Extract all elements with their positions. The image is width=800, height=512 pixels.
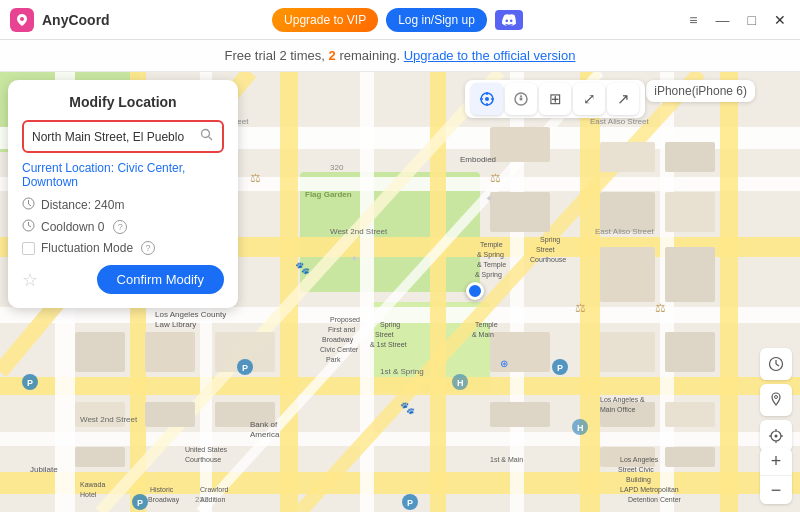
location-dot (466, 282, 484, 300)
svg-text:222: 222 (195, 495, 209, 504)
svg-text:& Temple: & Temple (477, 261, 506, 269)
svg-text:Flag Garden: Flag Garden (305, 190, 352, 199)
svg-text:LAPD Metropolitan: LAPD Metropolitan (620, 486, 679, 494)
svg-text:Spring: Spring (380, 321, 400, 329)
rc-pin-btn[interactable] (760, 384, 792, 416)
svg-text:East Aliso Street: East Aliso Street (590, 117, 649, 126)
upgrade-link[interactable]: Upgrade to the official version (404, 48, 576, 63)
zoom-out-button[interactable]: − (760, 476, 792, 504)
svg-text:& Spring: & Spring (477, 251, 504, 259)
svg-text:& Spring: & Spring (475, 271, 502, 279)
login-button[interactable]: Log in/Sign up (386, 8, 487, 32)
map-icon-compass[interactable] (505, 83, 537, 115)
map-icon-share[interactable]: ↗ (607, 83, 639, 115)
svg-text:United States: United States (185, 446, 228, 453)
svg-rect-39 (665, 192, 715, 232)
svg-text:P: P (242, 363, 248, 373)
rc-clock-btn[interactable] (760, 348, 792, 380)
search-box[interactable] (22, 120, 224, 153)
titlebar: AnyCoord Upgrade to VIP Log in/Sign up ≡… (0, 0, 800, 40)
svg-text:Jubilate: Jubilate (30, 465, 58, 474)
svg-text:⚖: ⚖ (655, 301, 666, 315)
trial-text: Free trial 2 times, 2 remaining. Upgrade… (225, 48, 576, 63)
svg-text:⚖: ⚖ (575, 301, 586, 315)
map-container[interactable]: North Spring Street East Aliso Street Ea… (0, 72, 800, 512)
svg-rect-35 (600, 142, 655, 172)
svg-text:Embodied: Embodied (460, 155, 496, 164)
svg-text:320: 320 (330, 163, 344, 172)
svg-rect-54 (665, 402, 715, 427)
cooldown-question-icon[interactable]: ? (113, 220, 127, 234)
svg-text:1st & Main: 1st & Main (490, 456, 523, 463)
panel-footer: ☆ Confirm Modify (22, 265, 224, 294)
svg-text:Detention Center: Detention Center (628, 496, 682, 503)
svg-text:Spring: Spring (540, 236, 560, 244)
cooldown-row: Cooldown 0 ? (22, 219, 224, 235)
current-location-text[interactable]: Current Location: Civic Center, Downtown (22, 161, 224, 189)
svg-text:✦: ✦ (485, 193, 493, 204)
fluctuation-label: Fluctuation Mode (41, 241, 133, 255)
titlebar-right: ≡ — □ ✕ (685, 12, 790, 28)
svg-text:Courthouse: Courthouse (530, 256, 566, 263)
svg-text:H: H (577, 423, 584, 433)
titlebar-center: Upgrade to VIP Log in/Sign up (272, 8, 523, 32)
svg-text:Courthouse: Courthouse (185, 456, 221, 463)
svg-text:& Main: & Main (472, 331, 494, 338)
svg-rect-37 (600, 247, 655, 302)
search-icon[interactable] (200, 128, 214, 145)
svg-point-152 (775, 435, 778, 438)
map-icon-grid[interactable]: ⊞ (539, 83, 571, 115)
svg-text:East Aliso Street: East Aliso Street (595, 227, 654, 236)
svg-rect-43 (75, 447, 125, 467)
map-device-toolbar: iPhone(iPhone 6) (646, 80, 755, 102)
fluctuation-checkbox[interactable] (22, 242, 35, 255)
svg-text:Temple: Temple (480, 241, 503, 249)
svg-text:Park: Park (326, 356, 341, 363)
svg-point-157 (202, 130, 210, 138)
discord-icon[interactable] (495, 10, 523, 30)
device-label: iPhone(iPhone 6) (654, 84, 747, 98)
svg-rect-36 (600, 192, 655, 232)
svg-text:✦: ✦ (350, 253, 358, 264)
svg-rect-41 (75, 332, 125, 372)
svg-text:First and: First and (328, 326, 355, 333)
fluctuation-question-icon[interactable]: ? (141, 241, 155, 255)
svg-text:H: H (457, 378, 464, 388)
svg-rect-50 (600, 332, 655, 372)
cooldown-label: Cooldown 0 (41, 220, 104, 234)
svg-text:Broadway: Broadway (322, 336, 354, 344)
location-search-input[interactable] (32, 130, 200, 144)
confirm-modify-button[interactable]: Confirm Modify (97, 265, 224, 294)
upgrade-button[interactable]: Upgrade to VIP (272, 8, 378, 32)
svg-rect-20 (580, 72, 600, 512)
svg-text:America: America (250, 430, 280, 439)
map-icon-target[interactable] (471, 83, 503, 115)
cooldown-icon (22, 219, 35, 235)
svg-text:Historic: Historic (150, 486, 174, 493)
app-icon (10, 8, 34, 32)
svg-point-146 (520, 98, 523, 101)
fluctuation-row: Fluctuation Mode ? (22, 241, 224, 255)
maximize-button[interactable]: □ (744, 12, 760, 28)
zoom-in-button[interactable]: + (760, 448, 792, 476)
trial-count: 2 (329, 48, 336, 63)
minimize-button[interactable]: — (712, 12, 734, 28)
svg-point-140 (485, 97, 489, 101)
svg-text:🐾: 🐾 (295, 260, 310, 275)
svg-text:🐾: 🐾 (400, 400, 415, 415)
svg-text:⚖: ⚖ (250, 171, 261, 185)
svg-text:Street: Street (536, 246, 555, 253)
svg-text:Street Civic: Street Civic (618, 466, 654, 473)
svg-rect-48 (490, 332, 550, 372)
close-button[interactable]: ✕ (770, 12, 790, 28)
svg-text:& 1st Street: & 1st Street (370, 341, 407, 348)
svg-text:Civic Center: Civic Center (320, 346, 359, 353)
svg-point-1 (20, 17, 24, 21)
menu-button[interactable]: ≡ (685, 12, 701, 28)
favorite-star-button[interactable]: ☆ (22, 269, 38, 291)
svg-line-149 (776, 364, 779, 366)
svg-rect-53 (665, 332, 715, 372)
svg-rect-34 (490, 192, 550, 232)
map-icon-expand[interactable]: ⤢ (573, 83, 605, 115)
svg-rect-22 (720, 72, 738, 512)
